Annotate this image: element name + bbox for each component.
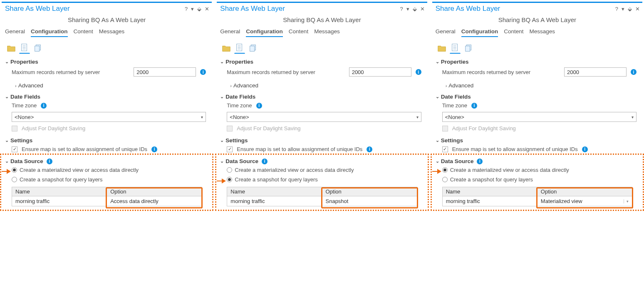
settings-header[interactable]: ⌄ Settings (217, 133, 427, 144)
tab-messages[interactable]: Messages (314, 27, 340, 37)
max-records-input[interactable] (564, 67, 627, 77)
section-label: Properties (225, 59, 253, 65)
ds-radio-snapshot[interactable] (12, 177, 17, 182)
tab-messages[interactable]: Messages (99, 27, 125, 37)
pane-subtitle: Sharing BQ As A Web Layer (432, 14, 642, 27)
info-icon[interactable]: i (47, 159, 52, 164)
ds-cell-option[interactable]: Materialized view ▾ (537, 196, 632, 206)
max-records-label: Maximum records returned by server (12, 69, 100, 75)
advanced-header[interactable]: › Advanced (432, 78, 642, 89)
ds-cell-name[interactable]: morning traffic (227, 196, 322, 206)
help-icon[interactable]: ? (185, 6, 188, 12)
ds-cell-option[interactable]: Access data directly (107, 196, 201, 206)
ensure-ids-checkbox[interactable] (442, 146, 448, 152)
timezone-select[interactable]: <None> ▾ (442, 112, 637, 122)
date-fields-header[interactable]: ⌄ Date Fields (217, 89, 427, 101)
daylight-checkbox (442, 126, 448, 131)
timezone-value: <None> (445, 114, 464, 120)
pin-icon[interactable]: ⬙ (628, 6, 632, 12)
tab-general[interactable]: General (5, 27, 25, 37)
tab-general[interactable]: General (220, 27, 240, 37)
layer-doc-icon[interactable] (234, 43, 245, 54)
tab-general[interactable]: General (436, 27, 456, 37)
settings-header[interactable]: ⌄ Settings (432, 133, 642, 144)
layer-doc-icon[interactable] (450, 43, 461, 54)
close-icon[interactable]: ✕ (420, 6, 425, 12)
properties-header[interactable]: ⌄ Properties (217, 55, 427, 66)
advanced-header[interactable]: › Advanced (2, 78, 212, 89)
tab-messages[interactable]: Messages (529, 27, 555, 37)
info-icon[interactable]: i (41, 103, 47, 109)
properties-header[interactable]: ⌄ Properties (2, 55, 212, 66)
layer-folder-icon[interactable] (436, 43, 447, 54)
layer-folder-icon[interactable] (221, 43, 232, 54)
dropdown-icon[interactable]: ▾ (622, 6, 624, 12)
settings-header[interactable]: ⌄ Settings (2, 133, 212, 144)
max-records-label: Maximum records returned by server (227, 69, 315, 75)
info-icon[interactable]: i (477, 159, 483, 164)
tab-configuration[interactable]: Configuration (246, 27, 282, 37)
info-icon[interactable]: i (471, 103, 477, 109)
ds-radio-materialized[interactable] (227, 167, 232, 173)
tab-content[interactable]: Content (74, 27, 93, 37)
close-icon[interactable]: ✕ (635, 6, 640, 12)
tab-configuration[interactable]: Configuration (461, 27, 498, 37)
dropdown-icon[interactable]: ▾ (406, 6, 409, 12)
properties-header[interactable]: ⌄ Properties (432, 55, 642, 66)
chevron-down-icon: ⌄ (220, 159, 224, 164)
chevron-down-icon: ⌄ (220, 94, 224, 99)
info-icon[interactable]: i (200, 69, 206, 75)
ds-radio-snapshot[interactable] (227, 177, 232, 182)
chevron-right-icon: › (230, 83, 232, 88)
ds-radio-snapshot-label: Create a snapshot for query layers (235, 176, 317, 183)
timezone-select[interactable]: <None> ▾ (12, 112, 206, 122)
ds-cell-name[interactable]: morning traffic (443, 196, 537, 206)
daylight-label: Adjust For Daylight Saving (452, 125, 516, 131)
info-icon[interactable]: i (582, 146, 588, 152)
layer-stack-icon[interactable] (463, 43, 474, 54)
layer-stack-icon[interactable] (32, 43, 43, 54)
ds-radio-materialized[interactable] (12, 167, 17, 173)
layer-doc-icon[interactable] (19, 43, 30, 54)
section-label: Date Fields (10, 94, 40, 100)
ds-table: Name Option morning traffic Access data … (12, 187, 202, 206)
help-icon[interactable]: ? (615, 6, 618, 12)
chevron-down-icon: ⌄ (220, 59, 224, 64)
ensure-ids-checkbox[interactable] (12, 146, 17, 152)
ds-radio-materialized-label: Create a materialized view or access dat… (235, 167, 354, 173)
data-source-header[interactable]: ⌄ Data Source i (217, 154, 427, 165)
pane-subtitle: Sharing BQ As A Web Layer (2, 14, 212, 27)
data-source-header[interactable]: ⌄ Data Source i (2, 154, 212, 165)
ensure-ids-checkbox[interactable] (227, 146, 233, 152)
pin-icon[interactable]: ⬙ (413, 6, 417, 12)
timezone-select[interactable]: <None> ▾ (227, 112, 421, 122)
ds-cell-name[interactable]: morning traffic (12, 196, 107, 206)
info-icon[interactable]: i (631, 69, 637, 75)
layer-stack-icon[interactable] (248, 43, 258, 54)
tab-configuration[interactable]: Configuration (31, 27, 67, 37)
info-icon[interactable]: i (151, 146, 157, 152)
advanced-header[interactable]: › Advanced (217, 78, 427, 89)
section-label: Date Fields (225, 94, 255, 100)
tab-content[interactable]: Content (504, 27, 523, 37)
data-source-header[interactable]: ⌄ Data Source i (432, 154, 642, 165)
info-icon[interactable]: i (256, 103, 262, 109)
ds-radio-materialized[interactable] (442, 167, 448, 173)
help-icon[interactable]: ? (400, 6, 403, 12)
date-fields-header[interactable]: ⌄ Date Fields (432, 89, 642, 101)
info-icon[interactable]: i (416, 69, 421, 75)
dropdown-icon[interactable]: ▾ (191, 6, 194, 12)
tab-content[interactable]: Content (289, 27, 308, 37)
layer-folder-icon[interactable] (6, 43, 17, 54)
info-icon[interactable]: i (262, 159, 268, 164)
section-label: Data Source (225, 158, 258, 164)
ds-cell-option[interactable]: Snapshot (322, 196, 417, 206)
date-fields-header[interactable]: ⌄ Date Fields (2, 89, 212, 101)
max-records-input[interactable] (134, 67, 196, 77)
pin-icon[interactable]: ⬙ (197, 6, 201, 12)
ds-radio-snapshot[interactable] (442, 177, 448, 182)
close-icon[interactable]: ✕ (205, 6, 209, 12)
max-records-label: Maximum records returned by server (442, 69, 530, 75)
info-icon[interactable]: i (367, 146, 372, 152)
max-records-input[interactable] (349, 67, 411, 77)
